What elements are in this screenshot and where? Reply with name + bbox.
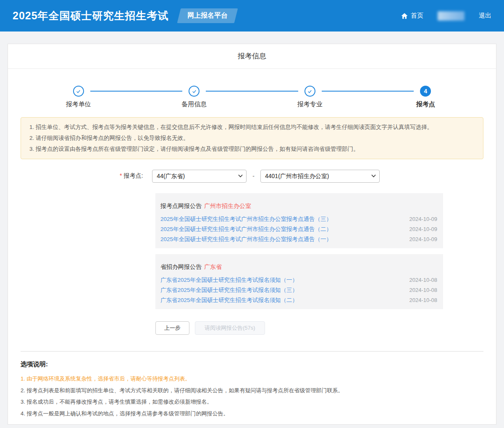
step-enrollment-unit: 报考单位 — [21, 86, 136, 108]
exam-site-form-row: *报考点: 44(广东省) - 4401(广州市招生办公室) — [120, 169, 496, 183]
step-1-check-icon — [73, 86, 84, 97]
step-backup-info: 备用信息 — [136, 86, 252, 108]
platform-badge: 网上报名平台 — [177, 8, 238, 23]
list-item: 广东省2025年全国硕士研究生招生考试报名须知（二） 2024-10-08 — [160, 295, 437, 305]
list-item: 广东省2025年全国硕士研究生招生考试报名须知（三） 2024-10-08 — [160, 285, 437, 295]
list-item: 2025年全国硕士研究生招生考试广州市招生办公室报考点通告（二） 2024-10… — [160, 224, 437, 234]
step-2-label: 备用信息 — [181, 100, 207, 108]
step-4-number: 4 — [420, 86, 431, 97]
key-notice-box: 1. 招生单位、考试方式、报考点等为报考关键信息，在提交信息后不允许修改，网报时… — [21, 117, 483, 159]
announcement-link[interactable]: 广东省2025年全国硕士研究生招生考试报名须知（三） — [160, 285, 298, 295]
step-2-check-icon — [189, 86, 200, 97]
step-1-label: 报考单位 — [66, 100, 91, 108]
option-instructions-title: 选项说明: — [21, 360, 483, 368]
province-select[interactable]: 44(广东省) — [152, 170, 247, 183]
top-bar: 2025年全国硕士研究生招生考试 网上报名平台 首页 退出 — [0, 0, 504, 32]
list-item: 广东省2025年全国硕士研究生招生考试报名须知（一） 2024-10-08 — [160, 275, 437, 285]
instruction-item-4: 4. 报考点一般是网上确认和考试的地点，选择报考点请参考各级管理部门的网报公告。 — [21, 408, 483, 420]
notice-line-3: 3. 报考点的设置由各报考点所在省级管理部门设定，请仔细阅读报考点及省级管理部门… — [29, 144, 475, 155]
previous-step-button[interactable]: 上一步 — [155, 321, 189, 335]
option-instructions-list: 1. 由于网络环境及系统复杂性，选择省市后，请耐心等待报考点列表。 2. 报考点… — [21, 373, 483, 419]
logout-link[interactable]: 退出 — [479, 12, 491, 20]
province-name: 广东省 — [204, 263, 222, 270]
home-link[interactable]: 首页 — [401, 12, 423, 20]
step-3-label: 报考专业 — [297, 100, 323, 108]
exam-site-announcements-title: 报考点网报公告 — [160, 202, 202, 209]
exam-site-select[interactable]: 4401(广州市招生办公室) — [260, 170, 380, 183]
username-redacted — [438, 11, 465, 21]
step-major: 报考专业 — [252, 86, 368, 108]
exam-site-label-text: 报考点: — [123, 172, 143, 179]
exam-site-label: *报考点: — [120, 172, 143, 180]
list-item: 2025年全国硕士研究生招生考试广州市招生办公室报考点通告（一） 2024-10… — [160, 234, 437, 244]
form-actions: 上一步 请阅读网报公告(57s) — [155, 321, 496, 335]
provincial-announcement-list: 广东省2025年全国硕士研究生招生考试报名须知（一） 2024-10-08 广东… — [160, 275, 437, 305]
exam-site-announcements-header: 报考点网报公告广州市招生办公室 — [160, 202, 437, 210]
main-card: 报考信息 报考单位 备用信息 报考专业 4 报考点 1. 招生单位、考试方式、报 — [8, 44, 496, 425]
site-title: 2025年全国硕士研究生招生考试 — [13, 9, 169, 23]
read-announcements-countdown-button[interactable]: 请阅读网报公告(57s) — [195, 321, 265, 335]
announcement-link[interactable]: 2025年全国硕士研究生招生考试广州市招生办公室报考点通告（三） — [160, 214, 332, 224]
exam-site-announcement-list: 2025年全国硕士研究生招生考试广州市招生办公室报考点通告（三） 2024-10… — [160, 214, 437, 244]
announcement-date: 2024-10-09 — [410, 214, 438, 224]
announcement-date: 2024-10-08 — [410, 275, 438, 285]
announcement-link[interactable]: 广东省2025年全国硕士研究生招生考试报名须知（二） — [160, 295, 298, 305]
option-instructions: 选项说明: 1. 由于网络环境及系统复杂性，选择省市后，请耐心等待报考点列表。 … — [8, 352, 496, 419]
announcement-date: 2024-10-08 — [410, 285, 438, 295]
progress-stepper: 报考单位 备用信息 报考专业 4 报考点 — [8, 69, 496, 108]
announcement-link[interactable]: 2025年全国硕士研究生招生考试广州市招生办公室报考点通告（二） — [160, 224, 332, 234]
announcement-link[interactable]: 2025年全国硕士研究生招生考试广州市招生办公室报考点通告（一） — [160, 234, 332, 244]
provincial-announcements-title: 省招办网报公告 — [160, 263, 202, 270]
instruction-item-1: 1. 由于网络环境及系统复杂性，选择省市后，请耐心等待报考点列表。 — [21, 373, 483, 385]
instruction-item-2: 2. 报考点列表是和前面填写的招生单位、考试方式等相关联的，请仔细阅读相关公告，… — [21, 385, 483, 396]
platform-badge-label: 网上报名平台 — [187, 11, 228, 20]
notice-line-1: 1. 招生单位、考试方式、报考点等为报考关键信息，在提交信息后不允许修改，网报时… — [29, 122, 475, 133]
announcement-date: 2024-10-09 — [410, 234, 438, 244]
announcement-date: 2024-10-09 — [410, 224, 438, 234]
home-link-label: 首页 — [411, 12, 423, 20]
instruction-item-3: 3. 报名成功后，不能再修改报考点，请考生慎重选择，如需修改必须新增报名。 — [21, 396, 483, 408]
announcement-link[interactable]: 广东省2025年全国硕士研究生招生考试报名须知（一） — [160, 275, 298, 285]
logout-link-label: 退出 — [479, 12, 491, 20]
list-item: 2025年全国硕士研究生招生考试广州市招生办公室报考点通告（三） 2024-10… — [160, 214, 437, 224]
exam-site-org-name: 广州市招生办公室 — [204, 202, 251, 209]
provincial-announcements-panel: 省招办网报公告广东省 广东省2025年全国硕士研究生招生考试报名须知（一） 20… — [155, 254, 443, 309]
step-exam-site: 4 报考点 — [368, 86, 484, 108]
step-3-check-icon — [304, 86, 315, 97]
step-4-label: 报考点 — [416, 100, 435, 108]
home-icon — [401, 12, 408, 20]
announcement-date: 2024-10-08 — [410, 295, 438, 305]
top-nav: 首页 退出 — [401, 11, 491, 21]
provincial-announcements-header: 省招办网报公告广东省 — [160, 263, 437, 271]
site-select-wrap: 4401(广州市招生办公室) — [260, 170, 380, 183]
required-asterisk: * — [120, 172, 122, 179]
page-title: 报考信息 — [8, 44, 496, 69]
select-separator: - — [252, 173, 255, 179]
notice-line-2: 2. 请仔细阅读省招办和报考点的网报公告，以免导致报名无效。 — [29, 133, 475, 144]
province-select-wrap: 44(广东省) — [152, 170, 247, 183]
exam-site-announcements-panel: 报考点网报公告广州市招生办公室 2025年全国硕士研究生招生考试广州市招生办公室… — [155, 193, 443, 248]
